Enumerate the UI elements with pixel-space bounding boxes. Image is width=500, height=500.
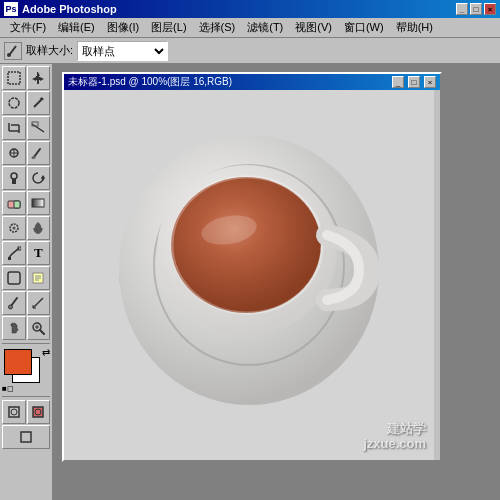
svg-rect-27: [8, 257, 11, 260]
menu-help[interactable]: 帮助(H): [390, 18, 439, 37]
menu-edit[interactable]: 编辑(E): [52, 18, 101, 37]
canvas-content: 建站学 jzxue.com: [64, 90, 434, 460]
sample-size-label: 取样大小:: [26, 43, 73, 58]
history-brush-btn[interactable]: [27, 166, 51, 190]
gradient-tool-btn[interactable]: [27, 191, 51, 215]
healing-brush-btn[interactable]: [2, 141, 26, 165]
sample-size-select[interactable]: 取样点 3×3 平均 5×5 平均 11×11 平均 31×31 平均 51×5…: [77, 41, 168, 61]
document-window: 未标器-1.psd @ 100%(图层 16,RGB) _ □ ×: [62, 72, 442, 462]
measure-tool-btn[interactable]: [27, 291, 51, 315]
menu-file[interactable]: 文件(F): [4, 18, 52, 37]
shape-tool-btn[interactable]: [2, 266, 26, 290]
burn-tool-btn[interactable]: [27, 216, 51, 240]
svg-line-17: [34, 149, 40, 157]
svg-point-26: [12, 227, 15, 230]
swap-colors-btn[interactable]: ⇄: [42, 347, 50, 358]
move-tool-btn[interactable]: [27, 66, 51, 90]
svg-rect-2: [8, 72, 20, 84]
svg-rect-24: [32, 199, 44, 207]
main-area: T: [0, 64, 500, 500]
canvas-area: 未标器-1.psd @ 100%(图层 16,RGB) _ □ ×: [54, 64, 500, 500]
foreground-color-swatch[interactable]: [4, 349, 32, 375]
svg-rect-47: [21, 432, 31, 442]
svg-point-35: [8, 305, 12, 309]
app-title-text: Adobe Photoshop: [22, 3, 117, 15]
svg-point-7: [41, 98, 44, 101]
document-title: 未标器-1.psd @ 100%(图层 16,RGB): [68, 75, 388, 89]
app-minimize-btn[interactable]: _: [456, 3, 468, 15]
eyedropper-tool-btn[interactable]: [2, 291, 26, 315]
lasso-tool-btn[interactable]: [2, 91, 26, 115]
zoom-tool-btn[interactable]: [27, 316, 51, 340]
svg-line-5: [34, 100, 41, 107]
menu-select[interactable]: 选择(S): [193, 18, 242, 37]
options-bar: 取样大小: 取样点 3×3 平均 5×5 平均 11×11 平均 31×31 平…: [0, 38, 500, 64]
svg-rect-28: [18, 247, 21, 250]
svg-line-40: [40, 330, 44, 334]
svg-marker-3: [32, 72, 44, 84]
app-close-btn[interactable]: ×: [484, 3, 496, 15]
path-tool-btn[interactable]: [2, 241, 26, 265]
toolbox: T: [0, 64, 54, 500]
cup-illustration: [79, 105, 419, 445]
doc-close-btn[interactable]: ×: [424, 76, 436, 88]
svg-point-19: [11, 173, 17, 179]
menu-bar: 文件(F) 编辑(E) 图像(I) 图层(L) 选择(S) 滤镜(T) 视图(V…: [0, 18, 500, 38]
watermark-line1: 建站学: [363, 421, 426, 437]
svg-point-18: [32, 156, 36, 159]
svg-line-0: [10, 46, 16, 54]
svg-point-1: [7, 53, 11, 57]
doc-maximize-btn[interactable]: □: [408, 76, 420, 88]
standard-mode-btn[interactable]: [2, 400, 26, 424]
svg-rect-20: [12, 179, 16, 184]
eyedropper-tool-icon[interactable]: [4, 42, 22, 60]
watermark: 建站学 jzxue.com: [363, 421, 426, 452]
svg-rect-23: [14, 201, 20, 208]
fullscreen-btn[interactable]: [2, 425, 50, 449]
svg-point-4: [9, 98, 19, 108]
app-icon: Ps: [4, 2, 18, 16]
doc-minimize-btn[interactable]: _: [392, 76, 404, 88]
menu-layer[interactable]: 图层(L): [145, 18, 192, 37]
eraser-tool-btn[interactable]: [2, 191, 26, 215]
svg-rect-29: [8, 272, 20, 284]
menu-filter[interactable]: 滤镜(T): [241, 18, 289, 37]
quickmask-mode-btn[interactable]: [27, 400, 51, 424]
svg-point-44: [11, 409, 17, 415]
marquee-tool-btn[interactable]: [2, 66, 26, 90]
clone-stamp-btn[interactable]: [2, 166, 26, 190]
hand-tool-btn[interactable]: [2, 316, 26, 340]
svg-marker-21: [41, 175, 45, 181]
text-tool-btn[interactable]: T: [27, 241, 51, 265]
blur-tool-btn[interactable]: [2, 216, 26, 240]
menu-view[interactable]: 视图(V): [289, 18, 338, 37]
notes-tool-btn[interactable]: [27, 266, 51, 290]
document-title-bar: 未标器-1.psd @ 100%(图层 16,RGB) _ □ ×: [64, 74, 440, 90]
slice-tool-btn[interactable]: [27, 116, 51, 140]
app-title-bar: Ps Adobe Photoshop _ □ ×: [0, 0, 500, 18]
svg-line-36: [33, 298, 43, 308]
menu-image[interactable]: 图像(I): [101, 18, 145, 37]
watermark-line2: jzxue.com: [363, 436, 426, 452]
svg-line-34: [11, 298, 17, 306]
crop-tool-btn[interactable]: [2, 116, 26, 140]
magic-wand-btn[interactable]: [27, 91, 51, 115]
brush-tool-btn[interactable]: [27, 141, 51, 165]
menu-window[interactable]: 窗口(W): [338, 18, 390, 37]
app-maximize-btn[interactable]: □: [470, 3, 482, 15]
default-colors-btn[interactable]: ■◻: [2, 384, 14, 393]
